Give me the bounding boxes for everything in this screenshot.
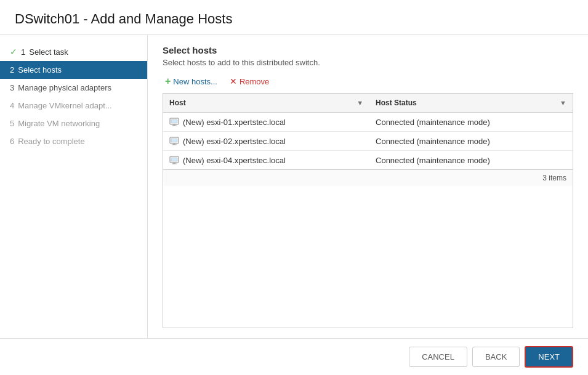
host-cell: (New) esxi-04.xpertstec.local — [163, 151, 369, 170]
toolbar: + New hosts... ✕ Remove — [163, 75, 573, 88]
sidebar-item-ready[interactable]: 6 Ready to complete — [0, 132, 147, 150]
step-num: 3 — [10, 83, 14, 92]
step-num: 4 — [10, 101, 14, 110]
sidebar: ✓ 1 Select task 2 Select hosts 3 Manage … — [0, 35, 148, 338]
svg-rect-5 — [171, 139, 177, 142]
cancel-button[interactable]: CANCEL — [409, 347, 467, 367]
sidebar-item-label: Manage physical adapters — [18, 83, 111, 92]
sidebar-item-label: Manage VMkernel adapt... — [18, 101, 111, 110]
svg-rect-1 — [171, 119, 177, 123]
step-num: 1 — [21, 47, 25, 57]
table-row[interactable]: (New) esxi-01.xpertstec.local Connected … — [163, 113, 573, 132]
checkmark-icon: ✓ — [10, 47, 17, 57]
section-desc: Select hosts to add to this distributed … — [163, 58, 573, 67]
page-header: DSwitch01 - Add and Manage Hosts — [0, 0, 588, 35]
status-cell: Connected (maintenance mode) — [369, 151, 573, 170]
host-cell: (New) esxi-01.xpertstec.local — [163, 113, 369, 132]
new-hosts-button[interactable]: + New hosts... — [163, 75, 220, 88]
svg-rect-9 — [171, 158, 177, 161]
step-num: 2 — [10, 65, 14, 75]
status-filter-icon[interactable]: ▼ — [560, 99, 566, 107]
step-num: 5 — [10, 119, 14, 128]
col-status-header: Host Status ▼ — [369, 94, 573, 113]
next-button[interactable]: NEXT — [525, 346, 573, 368]
host-icon — [169, 136, 179, 146]
table-row[interactable]: (New) esxi-02.xpertstec.local Connected … — [163, 132, 573, 151]
section-title: Select hosts — [163, 45, 573, 55]
main-content: Select hosts Select hosts to add to this… — [148, 35, 588, 338]
host-icon — [169, 155, 179, 165]
back-button[interactable]: BACK — [472, 347, 520, 367]
bottom-bar: CANCEL BACK NEXT — [0, 338, 588, 375]
new-hosts-label: New hosts... — [173, 77, 217, 86]
col-host-header: Host ▼ — [163, 94, 369, 113]
hosts-table: Host ▼ Host Status ▼ — [163, 94, 573, 169]
page-title: DSwitch01 - Add and Manage Hosts — [15, 11, 573, 27]
sidebar-item-label: Select hosts — [18, 65, 62, 75]
sidebar-item-label: Migrate VM networking — [18, 119, 100, 128]
status-cell: Connected (maintenance mode) — [369, 113, 573, 132]
remove-label: Remove — [240, 77, 269, 86]
host-filter-icon[interactable]: ▼ — [356, 99, 363, 107]
x-icon: ✕ — [230, 76, 237, 86]
plus-icon: + — [165, 76, 171, 87]
step-num: 6 — [10, 137, 14, 146]
sidebar-item-label: Select task — [29, 47, 68, 57]
status-cell: Connected (maintenance mode) — [369, 132, 573, 151]
sidebar-item-select-task[interactable]: ✓ 1 Select task — [0, 42, 147, 61]
sidebar-item-manage-physical[interactable]: 3 Manage physical adapters — [0, 79, 147, 97]
remove-button[interactable]: ✕ Remove — [227, 75, 272, 87]
table-footer: 3 items — [163, 169, 573, 186]
sidebar-item-manage-vmkernel[interactable]: 4 Manage VMkernel adapt... — [0, 97, 147, 115]
host-cell: (New) esxi-02.xpertstec.local — [163, 132, 369, 151]
sidebar-item-migrate-vm[interactable]: 5 Migrate VM networking — [0, 115, 147, 132]
hosts-table-wrapper: Host ▼ Host Status ▼ — [163, 93, 573, 328]
sidebar-item-select-hosts[interactable]: 2 Select hosts — [0, 61, 147, 79]
host-icon — [169, 117, 179, 127]
sidebar-item-label: Ready to complete — [18, 137, 84, 146]
table-row[interactable]: (New) esxi-04.xpertstec.local Connected … — [163, 151, 573, 170]
